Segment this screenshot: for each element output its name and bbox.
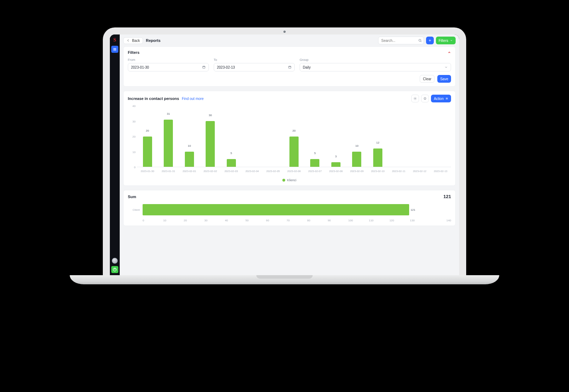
svg-point-4 [115, 270, 115, 271]
bar [352, 152, 361, 167]
bar-column [242, 106, 262, 167]
save-button[interactable]: Save [437, 75, 451, 83]
hx-tick: 120 [389, 219, 410, 222]
search-icon [418, 38, 422, 43]
x-tick-label: 2023-02-08 [325, 170, 346, 173]
hx-tick: 10 [163, 219, 183, 222]
svg-rect-13 [289, 66, 291, 68]
from-input[interactable]: 2023-01-30 [128, 63, 209, 71]
gear-icon [413, 97, 417, 100]
hx-tick: 60 [266, 219, 286, 222]
bar [185, 152, 194, 167]
filters-button[interactable]: Filters [436, 37, 456, 44]
group-label: Group [300, 58, 451, 62]
hbar [143, 204, 409, 215]
to-value: 2023-02-13 [217, 65, 235, 69]
bar [227, 159, 236, 167]
to-input[interactable]: 2023-02-13 [214, 63, 295, 71]
bar-column [409, 106, 430, 167]
to-label: To [214, 58, 295, 62]
bar-column [263, 106, 283, 167]
bar-value-label: 12 [376, 141, 379, 144]
filters-title: Filters [128, 50, 139, 55]
x-tick-label: 2023-02-09 [346, 170, 367, 173]
avatar[interactable] [112, 258, 118, 264]
bar-column: 3 [325, 106, 346, 167]
hbar-category: Client [128, 208, 140, 211]
back-button[interactable]: Back [123, 37, 143, 44]
clear-button[interactable]: Clear [420, 75, 434, 83]
hbar-track: 121 [143, 204, 451, 215]
calendar-icon [288, 65, 292, 69]
bar-value-label: 5 [314, 152, 315, 155]
x-tick-label: 2023-01-31 [158, 170, 179, 173]
sidebar: S [110, 34, 120, 275]
bar-column: 31 [158, 106, 179, 167]
brand-logo: S [111, 37, 118, 44]
menu-icon [445, 97, 448, 100]
legend-label: Klienci [287, 178, 296, 182]
collapse-icon[interactable] [448, 51, 451, 54]
bar-column: 30 [200, 106, 220, 167]
bar-column: 20 [137, 106, 158, 167]
hx-tick: 40 [225, 219, 245, 222]
bar-value-label: 3 [335, 155, 337, 158]
from-value: 2023-01-30 [131, 65, 149, 69]
bar [289, 137, 299, 167]
chart-card: Increase in contact persons Find out mor… [123, 91, 456, 186]
bar-column: 10 [346, 106, 367, 167]
sidebar-help-button[interactable] [111, 266, 118, 273]
bar [206, 121, 215, 167]
hx-tick: 30 [204, 219, 225, 222]
y-tick: 30 [132, 120, 136, 123]
hx-tick: 20 [184, 219, 204, 222]
bar [331, 162, 340, 167]
bar-column: 12 [367, 106, 388, 167]
bar [373, 148, 382, 167]
bar-column [388, 106, 409, 167]
legend-dot [282, 179, 285, 182]
filters-card: Filters From 2023-01-30 [123, 46, 456, 87]
group-value: Daily [303, 65, 311, 69]
action-button[interactable]: Action [431, 95, 451, 102]
bar-column: 5 [221, 106, 242, 167]
breadcrumb: Reports [146, 38, 161, 43]
bar-value-label: 30 [209, 114, 212, 117]
search-input[interactable] [378, 37, 424, 44]
bar-value-label: 5 [230, 152, 232, 155]
bar-value-label: 20 [146, 129, 149, 132]
chart-title: Increase in contact persons [128, 96, 179, 101]
action-label: Action [434, 97, 444, 101]
y-tick: 20 [132, 135, 136, 138]
bar [310, 159, 319, 167]
favorite-button[interactable] [421, 95, 429, 102]
settings-button[interactable] [411, 95, 419, 102]
topbar: Back Reports Filters [120, 34, 459, 46]
bar-value-label: 10 [188, 144, 191, 147]
find-out-more-link[interactable]: Find out more [182, 97, 204, 101]
bar [164, 120, 173, 167]
y-tick: 0 [134, 166, 136, 169]
bar-chart: 010203040 20311030520531012 2023-01-3020… [128, 106, 451, 176]
group-select[interactable]: Daily [300, 63, 451, 71]
hx-tick: 50 [245, 219, 266, 222]
filters-button-label: Filters [439, 39, 448, 43]
y-tick: 40 [132, 105, 136, 108]
sum-card: Sum 121 Client 121 0102030405 [123, 190, 456, 226]
bar-column [430, 106, 451, 167]
chevron-down-icon [450, 39, 453, 42]
x-tick-label: 2023-02-03 [221, 170, 242, 173]
chart-legend: Klienci [128, 178, 451, 182]
bar-value-label: 31 [167, 112, 170, 115]
sum-total: 121 [443, 194, 451, 199]
add-button[interactable] [426, 37, 434, 44]
star-icon [423, 97, 427, 100]
laptop-base [70, 275, 499, 284]
svg-point-17 [415, 98, 416, 99]
sidebar-menu-button[interactable] [111, 46, 118, 53]
x-tick-label: 2023-02-13 [430, 170, 451, 173]
from-label: From [128, 58, 209, 62]
svg-line-6 [421, 41, 421, 42]
bar [143, 137, 152, 167]
x-tick-label: 2023-02-05 [263, 170, 283, 173]
